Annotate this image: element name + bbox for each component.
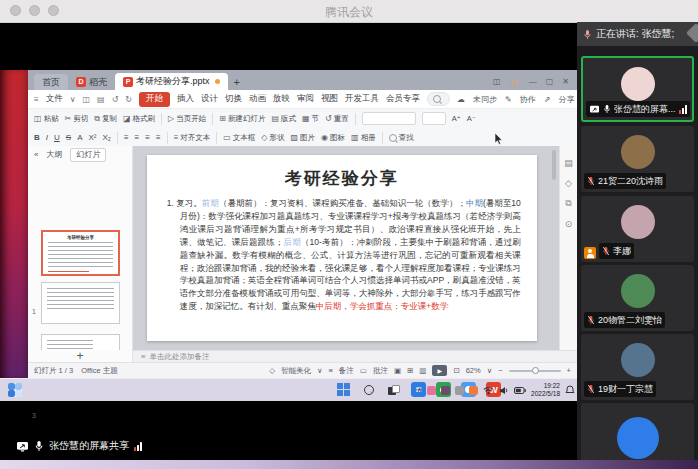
share-button[interactable]: 分享: [558, 94, 574, 105]
menu-view[interactable]: 视图: [321, 93, 338, 105]
menu-transition[interactable]: 切换: [225, 93, 242, 105]
tab-outline[interactable]: 大纲: [46, 149, 62, 160]
font-decrease-button[interactable]: A⁻: [467, 114, 476, 123]
font-size-select[interactable]: [422, 112, 446, 125]
section-button[interactable]: ▦节: [302, 114, 319, 124]
comments-toggle-button[interactable]: 批注: [373, 366, 388, 376]
reset-button[interactable]: ↺重置: [325, 114, 349, 124]
text-box-button[interactable]: ▭文本框: [223, 133, 255, 143]
justify-button[interactable]: ≡: [156, 133, 161, 142]
widgets-button[interactable]: [8, 383, 22, 397]
current-slide[interactable]: 考研经验分享 1. 复习。前期（暑期前）：复习资料、课程购买准备、基础知识一轮（…: [147, 155, 537, 341]
zoom-level[interactable]: 62%: [466, 366, 481, 375]
help-pane-icon[interactable]: ⊙: [565, 219, 573, 229]
qq-tray-icon[interactable]: [427, 386, 436, 395]
battery-icon[interactable]: [514, 387, 526, 394]
close-button[interactable]: ✕: [562, 77, 569, 86]
menu-animation[interactable]: 动画: [249, 93, 266, 105]
sync-status[interactable]: 未同步: [473, 94, 497, 105]
menu-design[interactable]: 设计: [201, 93, 218, 105]
bold-button[interactable]: B: [34, 133, 40, 142]
icon-library-button[interactable]: ◉图标: [321, 133, 345, 143]
slideshow-play-button[interactable]: ▶: [432, 365, 447, 376]
underline-button[interactable]: U: [54, 133, 60, 142]
zoom-dropdown-icon[interactable]: ∨: [487, 366, 493, 375]
settings-tray-icon[interactable]: [455, 386, 464, 395]
command-search-box[interactable]: [427, 92, 450, 106]
superscript-button[interactable]: X²: [88, 133, 96, 142]
zoom-slider-knob[interactable]: [532, 367, 539, 374]
mic-tray-icon[interactable]: [441, 386, 450, 395]
participant-tile-liu[interactable]: 20物管二刘雯怡: [581, 265, 694, 331]
taskbar-clock[interactable]: 19:22 2022/5/18: [531, 382, 560, 398]
volume-icon[interactable]: [499, 386, 509, 395]
start-button[interactable]: [336, 382, 351, 397]
tab-slides[interactable]: 幻灯片: [70, 148, 106, 162]
print-icon[interactable]: ▤: [97, 95, 105, 104]
add-slide-button[interactable]: +: [28, 350, 132, 362]
split-screen-icon[interactable]: ◫: [493, 77, 501, 86]
menu-insert[interactable]: 插入: [177, 93, 194, 105]
meeting-tray-icon[interactable]: [469, 386, 478, 395]
strikethrough-button[interactable]: S: [66, 133, 71, 142]
collapse-panel-icon[interactable]: «: [34, 150, 38, 159]
align-left-button[interactable]: ≡: [124, 133, 129, 142]
copy-button[interactable]: ⧉复制: [94, 114, 117, 124]
participant-tile-partial[interactable]: [581, 403, 694, 460]
participant-tile-zhang[interactable]: 张岱慧的屏幕...: [581, 56, 694, 122]
tray-expand-icon[interactable]: ∧: [417, 386, 422, 394]
zoom-in-button[interactable]: +: [567, 366, 571, 375]
tab-docer[interactable]: D 稻壳: [68, 74, 115, 90]
align-text-button[interactable]: ≡对齐文本: [174, 133, 211, 143]
task-view-button[interactable]: [386, 382, 401, 397]
zoom-slider[interactable]: [509, 370, 561, 372]
view-sorter-icon[interactable]: ⊞: [407, 366, 413, 375]
align-right-button[interactable]: ≡: [145, 133, 150, 142]
participant-tile-ding[interactable]: 19财一丁宗慧: [581, 334, 694, 400]
menu-start[interactable]: 开始: [139, 92, 170, 107]
beautify-pane-icon[interactable]: ◇: [565, 178, 572, 188]
undo-icon[interactable]: ↺: [112, 95, 119, 104]
format-pane-icon[interactable]: ▤: [564, 158, 573, 168]
comment-pane-icon[interactable]: ⧉: [565, 198, 571, 209]
font-increase-button[interactable]: A⁺: [452, 114, 461, 123]
tab-home[interactable]: 首页: [34, 74, 68, 90]
canvas-scrollbar[interactable]: [552, 150, 556, 344]
file-dropdown-icon[interactable]: ∨: [70, 95, 76, 104]
save-icon[interactable]: ◫: [83, 95, 91, 104]
smart-beautify-button[interactable]: 智能美化: [281, 366, 311, 376]
new-tab-button[interactable]: +: [234, 74, 240, 90]
participant-tile-lina[interactable]: 李娜: [581, 196, 694, 262]
wifi-icon[interactable]: [483, 386, 494, 395]
collaborate-button[interactable]: 协作: [520, 94, 536, 105]
format-painter-button[interactable]: ◪格式刷: [123, 114, 155, 124]
fit-slide-icon[interactable]: ⊡: [453, 366, 459, 375]
paste-button[interactable]: ◫粘贴: [34, 114, 59, 124]
font-color-button[interactable]: A: [77, 133, 82, 142]
subscript-button[interactable]: X₂: [102, 133, 110, 142]
slide-thumbnail-2[interactable]: [41, 282, 120, 324]
minimize-button[interactable]: —: [529, 77, 537, 86]
italic-button[interactable]: I: [46, 133, 48, 142]
menu-review[interactable]: 审阅: [297, 93, 314, 105]
redo-icon[interactable]: ↻: [125, 95, 132, 104]
taskbar-search-button[interactable]: [361, 382, 376, 397]
theme-name[interactable]: Office 主题: [81, 366, 118, 376]
shapes-button[interactable]: ◇形状: [261, 133, 284, 143]
menu-member[interactable]: 会员专享: [386, 93, 420, 105]
zoom-out-button[interactable]: −: [498, 366, 502, 375]
picture-button[interactable]: ▨图片: [291, 133, 316, 143]
menu-slideshow[interactable]: 放映: [273, 93, 290, 105]
notes-bar[interactable]: ≡ 单击此处添加备注: [133, 350, 577, 362]
scrollbar-thumb[interactable]: [552, 150, 556, 180]
layout-button[interactable]: ▤版式: [271, 114, 296, 124]
align-center-button[interactable]: ≡: [135, 133, 140, 142]
album-button[interactable]: ▥相册: [351, 133, 376, 143]
font-family-select[interactable]: [362, 112, 416, 125]
cut-button[interactable]: ✂剪切: [65, 114, 89, 124]
find-button[interactable]: 查找: [389, 133, 414, 143]
slide-thumbnail-1[interactable]: 考研经验分享: [41, 230, 120, 276]
tab-document[interactable]: P 考研经验分享.pptx: [115, 73, 228, 90]
skin-smiley-icon[interactable]: ☺: [510, 76, 520, 87]
menu-file[interactable]: 文件: [46, 93, 63, 105]
